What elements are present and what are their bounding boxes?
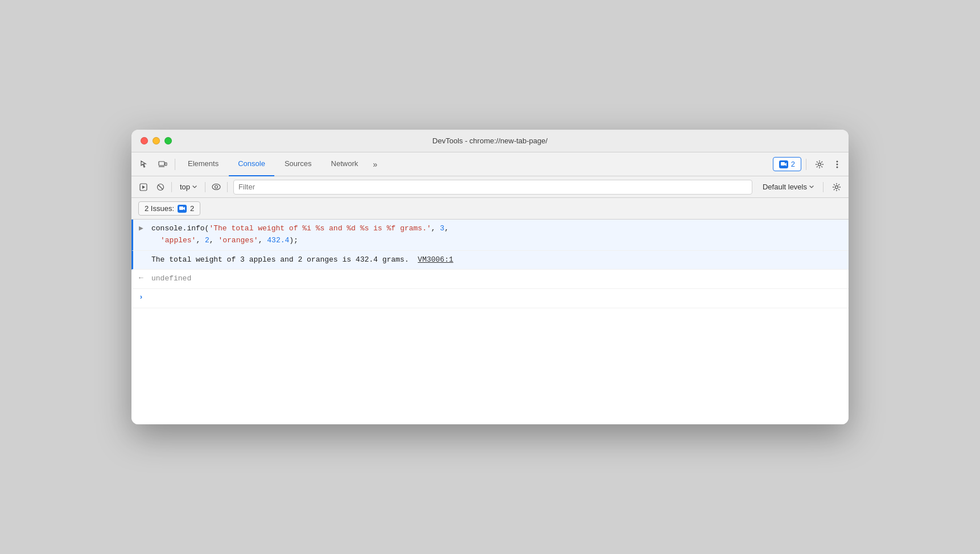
svg-marker-9 [142, 185, 145, 189]
close-button[interactable] [141, 137, 148, 144]
console-divider-1 [171, 182, 172, 192]
device-toolbar-button[interactable] [154, 156, 171, 173]
issues-badge-button[interactable]: 2 [773, 157, 801, 171]
tab-bar: Elements Console Sources Network » 2 [131, 152, 849, 176]
expand-arrow[interactable]: ▶ [133, 222, 149, 233]
svg-point-13 [215, 185, 218, 188]
entry-content-prompt[interactable] [149, 291, 844, 305]
issues-icon [779, 160, 788, 168]
svg-rect-1 [165, 163, 167, 166]
filter-input[interactable] [233, 180, 752, 195]
maximize-button[interactable] [164, 137, 172, 144]
traffic-lights [141, 137, 172, 144]
console-divider-4 [823, 182, 823, 192]
svg-line-11 [158, 185, 163, 189]
console-divider-3 [227, 182, 228, 192]
tab-console[interactable]: Console [229, 152, 274, 176]
console-entry-undefined: ← undefined [131, 270, 849, 289]
console-entry-prompt[interactable]: › [131, 289, 849, 308]
return-arrow: ← [133, 272, 149, 282]
issues-badge[interactable]: 2 Issues: 2 [138, 201, 200, 216]
svg-rect-15 [179, 206, 183, 210]
tab-divider-1 [175, 159, 175, 170]
console-entry-result: The total weight of 3 apples and 2 orang… [131, 251, 849, 270]
prompt-arrow: › [133, 291, 149, 301]
more-tabs-button[interactable]: » [368, 152, 382, 176]
svg-point-4 [818, 163, 821, 166]
tab-elements[interactable]: Elements [179, 152, 228, 176]
svg-point-14 [835, 185, 838, 188]
issues-bar: 2 Issues: 2 [131, 198, 849, 220]
context-selector[interactable]: top [175, 181, 201, 193]
eye-button[interactable] [209, 180, 224, 195]
svg-point-12 [212, 184, 220, 190]
title-bar: DevTools - chrome://new-tab-page/ [131, 130, 849, 152]
entry-content-undefined: undefined [149, 272, 844, 286]
svg-rect-3 [781, 162, 785, 166]
vm-link[interactable]: VM3006:1 [418, 255, 453, 264]
run-script-button[interactable] [136, 180, 151, 195]
console-output: ▶ console.info('The total weight of %i %… [131, 220, 849, 424]
minimize-button[interactable] [153, 137, 160, 144]
console-divider-2 [205, 182, 205, 192]
entry-content-result: The total weight of 3 apples and 2 orang… [149, 253, 844, 267]
console-toolbar: top Default levels [131, 176, 849, 198]
more-options-button[interactable] [830, 156, 844, 173]
entry-content-call: console.info('The total weight of %i %s … [149, 222, 844, 248]
svg-point-7 [837, 166, 838, 168]
svg-point-6 [837, 163, 838, 165]
tab-bar-right: 2 [773, 156, 844, 173]
window-title: DevTools - chrome://new-tab-page/ [433, 137, 547, 145]
console-entry-call: ▶ console.info('The total weight of %i %… [131, 220, 849, 251]
svg-rect-0 [159, 162, 164, 166]
clear-console-button[interactable] [153, 180, 168, 195]
inspect-element-button[interactable] [136, 156, 153, 173]
tab-sources[interactable]: Sources [275, 152, 321, 176]
tab-divider-2 [806, 159, 806, 170]
default-levels-dropdown[interactable]: Default levels [757, 181, 820, 193]
devtools-window: DevTools - chrome://new-tab-page/ Elemen… [131, 130, 849, 424]
console-settings-button[interactable] [829, 180, 844, 195]
issues-chat-icon [178, 205, 187, 213]
settings-button[interactable] [811, 156, 828, 173]
svg-point-5 [837, 160, 838, 162]
result-indent [133, 253, 149, 255]
tab-network[interactable]: Network [322, 152, 368, 176]
